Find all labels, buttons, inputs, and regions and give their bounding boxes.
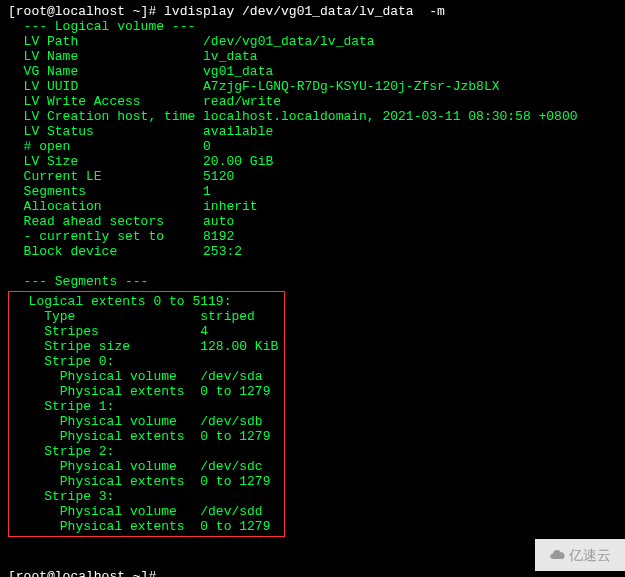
lv-row-open: # open 0 (0, 139, 625, 154)
seg-logical-extents: Logical extents 0 to 5119: (9, 294, 284, 309)
watermark-text: 亿速云 (569, 548, 611, 563)
seg-stripe1-pe: Physical extents 0 to 1279 (9, 429, 284, 444)
seg-stripe-size: Stripe size 128.00 KiB (9, 339, 284, 354)
lv-section-header: --- Logical volume --- (0, 19, 625, 34)
blank-line-2 (0, 539, 625, 554)
lv-row-vgname: VG Name vg01_data (0, 64, 625, 79)
cloud-icon (549, 547, 565, 563)
seg-stripe2-pv: Physical volume /dev/sdc (9, 459, 284, 474)
seg-stripe1-pv: Physical volume /dev/sdb (9, 414, 284, 429)
segments-highlight-box: Logical extents 0 to 5119: Type striped … (8, 291, 285, 537)
lv-row-segments: Segments 1 (0, 184, 625, 199)
lv-row-size: LV Size 20.00 GiB (0, 154, 625, 169)
seg-stripe3-pv: Physical volume /dev/sdd (9, 504, 284, 519)
seg-stripe0-pv: Physical volume /dev/sda (9, 369, 284, 384)
lv-row-currentset: - currently set to 8192 (0, 229, 625, 244)
lv-row-write-access: LV Write Access read/write (0, 94, 625, 109)
seg-stripe3-pe: Physical extents 0 to 1279 (9, 519, 284, 534)
lv-row-status: LV Status available (0, 124, 625, 139)
lv-row-current-le: Current LE 5120 (0, 169, 625, 184)
command-prompt-2[interactable]: [root@localhost ~]# (0, 569, 625, 577)
lv-row-name: LV Name lv_data (0, 49, 625, 64)
lv-row-creation: LV Creation host, time localhost.localdo… (0, 109, 625, 124)
watermark: 亿速云 (535, 539, 625, 571)
lv-row-uuid: LV UUID A7zjgF-LGNQ-R7Dg-KSYU-120j-Zfsr-… (0, 79, 625, 94)
command-prompt-1: [root@localhost ~]# lvdisplay /dev/vg01_… (0, 4, 625, 19)
seg-stripes: Stripes 4 (9, 324, 284, 339)
lv-row-path: LV Path /dev/vg01_data/lv_data (0, 34, 625, 49)
seg-stripe3: Stripe 3: (9, 489, 284, 504)
blank-line-1 (0, 259, 625, 274)
blank-line-3 (0, 554, 625, 569)
seg-stripe2: Stripe 2: (9, 444, 284, 459)
lv-row-blockdevice: Block device 253:2 (0, 244, 625, 259)
lv-row-allocation: Allocation inherit (0, 199, 625, 214)
seg-stripe1: Stripe 1: (9, 399, 284, 414)
seg-type: Type striped (9, 309, 284, 324)
seg-stripe0: Stripe 0: (9, 354, 284, 369)
seg-stripe2-pe: Physical extents 0 to 1279 (9, 474, 284, 489)
seg-stripe0-pe: Physical extents 0 to 1279 (9, 384, 284, 399)
segments-section-header: --- Segments --- (0, 274, 625, 289)
lv-row-readahead: Read ahead sectors auto (0, 214, 625, 229)
